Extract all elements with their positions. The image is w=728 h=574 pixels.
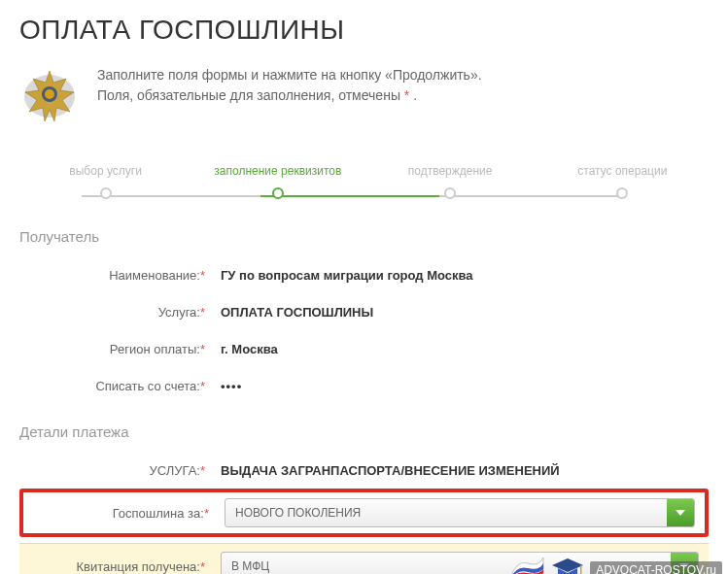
chevron-down-icon[interactable] bbox=[667, 499, 694, 526]
select-fee-value[interactable]: НОВОГО ПОКОЛЕНИЯ bbox=[225, 498, 695, 527]
value-service: ОПЛАТА ГОСПОШЛИНЫ bbox=[209, 305, 373, 320]
step-select-service: выбор услуги bbox=[19, 164, 191, 199]
row-account: Списать со счета:* •••• bbox=[19, 367, 709, 404]
flag-icon bbox=[508, 556, 545, 574]
step-label: статус операции bbox=[577, 164, 667, 178]
label-fee: Госпошлина за:* bbox=[23, 506, 213, 521]
row-region: Регион оплаты:* г. Москва bbox=[19, 330, 709, 367]
step-status: статус операции bbox=[537, 164, 709, 199]
label-detail-service: УСЛУГА:* bbox=[19, 463, 209, 478]
intro-section: Заполните поля формы и нажмите на кнопку… bbox=[19, 65, 709, 125]
label-region: Регион оплаты:* bbox=[19, 342, 209, 356]
watermark: ADVOCAT-ROSTOV.ru bbox=[508, 556, 722, 574]
row-fee-highlighted: Госпошлина за:* НОВОГО ПОКОЛЕНИЯ bbox=[19, 489, 709, 537]
step-fill-details: заполнение реквизитов bbox=[191, 164, 364, 199]
step-dot bbox=[616, 187, 628, 199]
step-dot bbox=[100, 187, 112, 199]
label-recipient-name: Наименование:* bbox=[19, 268, 209, 283]
svg-rect-3 bbox=[580, 565, 582, 574]
graduation-cap-icon bbox=[549, 556, 586, 574]
select-fee[interactable]: НОВОГО ПОКОЛЕНИЯ bbox=[225, 498, 695, 527]
label-service: Услуга:* bbox=[19, 305, 209, 320]
watermark-text: ADVOCAT-ROSTOV.ru bbox=[590, 561, 722, 574]
row-recipient-name: Наименование:* ГУ по вопросам миграции г… bbox=[19, 256, 709, 293]
row-detail-service: УСЛУГА:* ВЫДАЧА ЗАГРАНПАСПОРТА/ВНЕСЕНИЕ … bbox=[19, 452, 709, 489]
intro-line-2: Поля, обязательные для заполнения, отмеч… bbox=[97, 85, 482, 106]
section-details-header: Детали платежа bbox=[19, 423, 709, 440]
progress-stepper: выбор услуги заполнение реквизитов подтв… bbox=[19, 164, 709, 199]
intro-line-1: Заполните поля формы и нажмите на кнопку… bbox=[97, 65, 482, 85]
step-label: заполнение реквизитов bbox=[214, 164, 341, 178]
step-label: выбор услуги bbox=[69, 164, 142, 178]
step-confirmation: подтверждение bbox=[364, 164, 537, 199]
intro-text: Заполните поля формы и нажмите на кнопку… bbox=[97, 65, 482, 106]
value-account: •••• bbox=[209, 379, 242, 393]
step-dot bbox=[444, 187, 456, 199]
emblem-icon bbox=[19, 65, 80, 125]
label-account: Списать со счета:* bbox=[19, 379, 209, 393]
svg-point-2 bbox=[45, 89, 54, 99]
value-region: г. Москва bbox=[209, 342, 278, 356]
step-label: подтверждение bbox=[408, 164, 493, 178]
value-recipient-name: ГУ по вопросам миграции город Москва bbox=[209, 268, 473, 283]
label-receipt: Квитанция получена:* bbox=[19, 559, 209, 574]
row-service: Услуга:* ОПЛАТА ГОСПОШЛИНЫ bbox=[19, 293, 709, 330]
section-recipient-header: Получатель bbox=[19, 228, 709, 245]
page-title: ОПЛАТА ГОСПОШЛИНЫ bbox=[19, 15, 709, 46]
step-dot bbox=[272, 187, 284, 199]
value-detail-service: ВЫДАЧА ЗАГРАНПАСПОРТА/ВНЕСЕНИЕ ИЗМЕНЕНИЙ bbox=[209, 463, 560, 478]
